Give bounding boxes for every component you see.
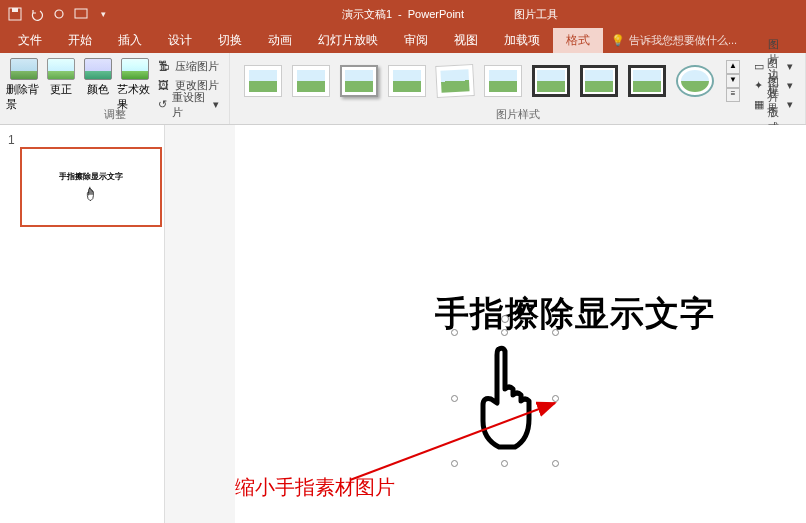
style-preset-1[interactable]	[244, 65, 282, 97]
resize-handle-bl[interactable]	[451, 460, 458, 467]
change-icon: 🖼	[158, 79, 172, 93]
window-title: 演示文稿1 - PowerPoint	[342, 7, 464, 22]
style-preset-8[interactable]	[580, 65, 618, 97]
artistic-icon	[121, 58, 149, 80]
slide-title-text: 手指擦除显示文字	[435, 291, 715, 337]
style-preset-5[interactable]	[435, 64, 475, 98]
picture-styles-gallery: ▲ ▼ ≡	[236, 56, 748, 106]
workspace: 1 手指擦除显示文字 手指擦除显示文字	[0, 125, 806, 523]
tab-transitions[interactable]: 切换	[205, 28, 255, 53]
color-button[interactable]: 颜色	[80, 56, 117, 97]
resize-handle-tr[interactable]	[552, 329, 559, 336]
tab-format[interactable]: 格式	[553, 28, 603, 53]
reset-icon: ↺	[158, 98, 170, 112]
undo-icon[interactable]	[30, 7, 44, 21]
save-icon[interactable]	[8, 7, 22, 21]
rotate-handle[interactable]	[501, 315, 509, 323]
artistic-effects-button[interactable]: 艺术效果	[117, 56, 154, 112]
qat-more-icon[interactable]: ▾	[96, 7, 110, 21]
gallery-scroll-down[interactable]: ▼	[726, 74, 740, 88]
style-preset-2[interactable]	[292, 65, 330, 97]
tell-me-search[interactable]: 💡 告诉我您想要做什么...	[603, 28, 737, 53]
slideshow-icon[interactable]	[74, 7, 88, 21]
tab-slideshow[interactable]: 幻灯片放映	[305, 28, 391, 53]
tab-addins[interactable]: 加载项	[491, 28, 553, 53]
quick-access-toolbar: ▾	[0, 7, 110, 21]
resize-handle-ml[interactable]	[451, 395, 458, 402]
layout-icon: ▦	[754, 98, 764, 112]
svg-rect-1	[12, 8, 18, 12]
style-preset-7[interactable]	[532, 65, 570, 97]
style-preset-4[interactable]	[388, 65, 426, 97]
slide-canvas-area: 手指擦除显示文字 缩小手指素材图片	[165, 125, 806, 523]
slide-canvas[interactable]: 手指擦除显示文字 缩小手指素材图片	[235, 125, 806, 523]
style-preset-10[interactable]	[676, 65, 714, 97]
picture-layout-button[interactable]: ▦图片版式 ▾	[754, 96, 793, 113]
effects-icon: ✦	[754, 79, 763, 93]
remove-background-button[interactable]: 删除背景	[6, 56, 43, 112]
resize-handle-bm[interactable]	[501, 460, 508, 467]
app-name: PowerPoint	[408, 8, 464, 20]
corrections-icon	[47, 58, 75, 80]
slide-thumbnail-panel: 1 手指擦除显示文字	[0, 125, 165, 523]
compress-icon: 🗜	[158, 60, 172, 74]
remove-bg-icon	[10, 58, 38, 80]
ribbon: 删除背景 更正 颜色 艺术效果 🗜压缩图片 🖼更改图片 ↺重设图片 ▾ 调整	[0, 53, 806, 125]
svg-point-2	[55, 10, 63, 18]
title-bar: ▾ 演示文稿1 - PowerPoint 图片工具	[0, 0, 806, 28]
style-preset-9[interactable]	[628, 65, 666, 97]
doc-name: 演示文稿1	[342, 7, 392, 22]
contextual-tab-label: 图片工具	[496, 0, 576, 28]
slide-thumbnail-1[interactable]: 手指擦除显示文字	[20, 147, 162, 227]
redo-icon[interactable]	[52, 7, 66, 21]
selected-picture[interactable]	[455, 333, 555, 463]
border-icon: ▭	[754, 60, 764, 74]
slide-number: 1	[8, 133, 15, 147]
group-picture-styles: ▲ ▼ ≡ ▭图片边框 ▾ ✦图片效果 ▾ ▦图片版式 ▾ 图片样式	[230, 53, 806, 124]
resize-handle-br[interactable]	[552, 460, 559, 467]
resize-handle-tl[interactable]	[451, 329, 458, 336]
resize-handle-mr[interactable]	[552, 395, 559, 402]
tab-view[interactable]: 视图	[441, 28, 491, 53]
color-icon	[84, 58, 112, 80]
style-preset-6[interactable]	[484, 65, 522, 97]
lightbulb-icon: 💡	[611, 34, 625, 47]
hand-cursor-icon	[82, 186, 100, 204]
group-adjust: 删除背景 更正 颜色 艺术效果 🗜压缩图片 🖼更改图片 ↺重设图片 ▾ 调整	[0, 53, 230, 124]
hand-pointer-icon	[463, 341, 547, 455]
compress-pictures-button[interactable]: 🗜压缩图片	[158, 58, 219, 75]
svg-rect-3	[75, 9, 87, 18]
tab-home[interactable]: 开始	[55, 28, 105, 53]
resize-handle-tm[interactable]	[501, 329, 508, 336]
gallery-scroll-up[interactable]: ▲	[726, 60, 740, 74]
tab-review[interactable]: 审阅	[391, 28, 441, 53]
style-preset-3[interactable]	[340, 65, 378, 97]
tab-insert[interactable]: 插入	[105, 28, 155, 53]
ribbon-tabs: 文件 开始 插入 设计 切换 动画 幻灯片放映 审阅 视图 加载项 格式 💡 告…	[0, 28, 806, 53]
gallery-more-icon[interactable]: ≡	[726, 88, 740, 102]
corrections-button[interactable]: 更正	[43, 56, 80, 97]
annotation-text: 缩小手指素材图片	[235, 474, 395, 501]
reset-picture-button[interactable]: ↺重设图片 ▾	[158, 96, 219, 113]
tab-design[interactable]: 设计	[155, 28, 205, 53]
tab-file[interactable]: 文件	[5, 28, 55, 53]
tab-animations[interactable]: 动画	[255, 28, 305, 53]
